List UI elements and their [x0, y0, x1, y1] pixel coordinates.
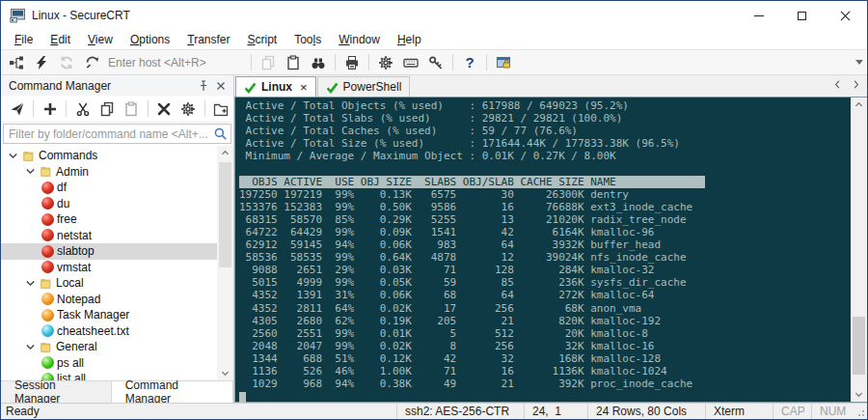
menu-help[interactable]: Help	[389, 31, 430, 48]
keyboard-icon[interactable]	[399, 52, 422, 73]
menu-view[interactable]: View	[79, 31, 122, 48]
command-bullet-icon	[41, 373, 54, 380]
tree-command-free[interactable]: free	[1, 211, 217, 228]
filter-input[interactable]	[3, 124, 231, 144]
toolbar-separator	[204, 100, 205, 117]
delete-icon[interactable]	[153, 98, 176, 120]
terminal-scrollbar[interactable]	[851, 98, 867, 402]
close-button[interactable]	[824, 1, 867, 30]
minimize-icon	[754, 15, 764, 16]
command-bullet-icon	[41, 182, 54, 194]
help-icon[interactable]: ?	[458, 52, 481, 73]
tab-label: Linux	[261, 80, 292, 94]
connect-icon[interactable]	[5, 52, 28, 73]
tree-folder-local[interactable]: Local	[1, 275, 217, 292]
new-folder-icon[interactable]	[210, 98, 232, 120]
close-tab-icon[interactable]: ×	[300, 81, 308, 94]
tree-scroll-thumb[interactable]	[219, 162, 231, 267]
key-icon[interactable]	[424, 52, 448, 73]
panel-close-icon[interactable]	[212, 77, 230, 94]
tab-powershell[interactable]: PowerShell	[317, 76, 411, 97]
terminal-screen[interactable]: Active / Total Objects (% used) : 617988…	[234, 97, 867, 403]
tree-item-label: ps all	[57, 356, 84, 370]
resize-grip[interactable]	[852, 404, 867, 419]
menu-file[interactable]: File	[6, 31, 41, 48]
tree-command-list-all[interactable]: list all	[1, 371, 217, 380]
tree-scrollbar[interactable]	[217, 146, 233, 380]
status-text: Ready	[1, 404, 396, 419]
slab-table-header: OBJS ACTIVE USE OBJ SIZE SLABS OBJ/SLAB …	[239, 176, 705, 188]
tab-linux[interactable]: Linux×	[235, 76, 316, 97]
tree-item-label: list all	[57, 372, 86, 380]
tree-command-cheatsheet-txt[interactable]: cheatsheet.txt	[1, 323, 217, 340]
chevron-down-icon[interactable]	[24, 341, 37, 353]
status-caps-lock: CAP	[773, 404, 811, 419]
tree-folder-general[interactable]: General	[1, 339, 217, 355]
reconnect-icon	[55, 52, 78, 73]
tree-command-netstat[interactable]: netstat	[1, 228, 217, 244]
toolbar-overflow-icon[interactable]	[855, 60, 863, 65]
maximize-button[interactable]	[780, 1, 824, 30]
terminal-scroll-up-icon[interactable]	[851, 98, 867, 112]
add-icon[interactable]	[39, 98, 61, 120]
command-bullet-icon	[41, 197, 54, 210]
minimize-button[interactable]	[737, 1, 780, 30]
toolbar-separator	[486, 54, 487, 70]
chevron-down-icon[interactable]	[7, 150, 19, 162]
paste-icon[interactable]	[282, 52, 305, 73]
command-bullet-icon	[41, 309, 54, 322]
menu-transfer[interactable]: Transfer	[178, 31, 238, 48]
menu-edit[interactable]: Edit	[41, 31, 79, 48]
toolbar-separator	[335, 54, 336, 70]
tree-command-du[interactable]: du	[1, 196, 217, 212]
chevron-down-icon[interactable]	[24, 165, 37, 178]
copy-icon	[257, 52, 280, 73]
tree-command-task-manager[interactable]: Task Manager	[1, 307, 217, 323]
cut-icon[interactable]	[71, 98, 94, 120]
disconnect-icon[interactable]	[80, 52, 103, 73]
tree-item-label: Commands	[39, 149, 97, 162]
menu-script[interactable]: Script	[239, 31, 286, 48]
options-icon[interactable]	[374, 52, 397, 73]
chevron-down-icon[interactable]	[24, 277, 37, 290]
terminal-scroll-down-icon[interactable]	[851, 387, 867, 402]
terminal-scroll-thumb[interactable]	[853, 317, 865, 375]
tree-command-vmstat[interactable]: vmstat	[1, 260, 217, 276]
pin-icon[interactable]	[195, 77, 212, 94]
tab-scroll-left-icon	[832, 79, 843, 90]
panel-tab-command-manager[interactable]: Command Manager	[112, 381, 233, 403]
tree-folder-commands[interactable]: Commands	[1, 148, 217, 164]
panel-tab-session-manager[interactable]: Session Manager	[1, 381, 112, 403]
tree-item-label: General	[56, 340, 97, 353]
find-icon[interactable]	[307, 52, 330, 73]
send-icon[interactable]	[6, 98, 28, 120]
options-icon[interactable]	[177, 98, 200, 120]
scroll-up-icon[interactable]	[217, 146, 233, 160]
session-options-icon[interactable]	[492, 52, 515, 73]
tree-item-label: Notepad	[57, 293, 100, 306]
tree-item-label: vmstat	[57, 261, 91, 274]
command-bullet-icon	[41, 293, 54, 305]
folder-icon	[40, 165, 53, 178]
menu-options[interactable]: Options	[122, 31, 178, 48]
tree-command-notepad[interactable]: Notepad	[1, 292, 217, 308]
tree-command-ps-all[interactable]: ps all	[1, 355, 217, 372]
copy-dark-icon[interactable]	[95, 98, 118, 120]
maximize-icon	[798, 12, 806, 20]
scroll-down-icon[interactable]	[217, 366, 233, 380]
menu-tools[interactable]: Tools	[285, 31, 330, 48]
tree-folder-admin[interactable]: Admin	[1, 164, 217, 181]
menu-window[interactable]: Window	[330, 31, 389, 48]
quick-connect-icon[interactable]	[30, 52, 53, 73]
terminal-tabbar: Linux×PowerShell	[234, 75, 867, 97]
toolbar-separator	[251, 54, 252, 70]
connected-check-icon	[326, 81, 339, 94]
tree-command-df[interactable]: df	[1, 180, 217, 196]
folder-icon	[22, 150, 36, 162]
status-emulation: Xterm	[705, 404, 773, 419]
print-icon[interactable]	[340, 52, 364, 73]
panel-title: Command Manager	[9, 79, 195, 93]
tree-command-slabtop[interactable]: slabtop	[1, 243, 217, 260]
host-input[interactable]	[104, 53, 247, 72]
command-tree: CommandsAdmindfdufreenetstatslabtopvmsta…	[1, 146, 233, 380]
